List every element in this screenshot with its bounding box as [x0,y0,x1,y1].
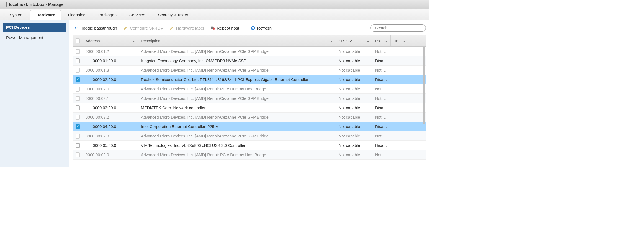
cell-sriov: Not capable [336,96,372,101]
table-row[interactable]: 0000:00:01.3Advanced Micro Devices, Inc.… [73,66,426,75]
toggle-passthrough-button[interactable]: Toggle passthrough [74,25,118,31]
chevron-down-icon: ⌄ [330,39,333,43]
refresh-button[interactable]: Refresh [250,25,272,31]
row-checkbox[interactable] [76,96,80,101]
cell-sriov: Not capable [336,87,372,91]
column-passthrough-label: Pa… [375,39,384,43]
cell-address: 0000:05:00.0 [83,143,138,148]
row-checkbox-cell[interactable] [73,96,83,101]
tab-security-users[interactable]: Security & users [151,10,194,20]
cell-address: 0000:00:02.2 [83,115,138,119]
cell-passthrough: Not … [372,68,391,72]
cell-sriov: Not capable [336,68,372,72]
row-checkbox[interactable] [76,77,80,82]
row-checkbox[interactable] [76,58,80,63]
cell-description: Advanced Micro Devices, Inc. [AMD] Renoi… [138,115,336,119]
column-description-label: Description [141,39,160,43]
table-row[interactable]: 0000:00:01.2Advanced Micro Devices, Inc.… [73,47,426,56]
table-row[interactable]: 0000:00:02.0Advanced Micro Devices, Inc.… [73,84,426,94]
reboot-host-label: Reboot host [217,26,239,30]
cell-description: Intel Corporation Ethernet Controller I2… [138,124,336,129]
row-checkbox-cell[interactable] [73,143,83,148]
table-row[interactable]: 0000:00:02.2Advanced Micro Devices, Inc.… [73,113,426,122]
table-row[interactable]: 0000:01:00.0Kingston Technology Company,… [73,56,426,66]
cell-address: 0000:00:01.3 [83,68,138,72]
row-checkbox[interactable] [76,143,80,148]
row-checkbox-cell[interactable] [73,134,83,139]
cell-description: MEDIATEK Corp. Network controller [138,106,336,110]
chevron-down-icon: ⌄ [385,39,388,43]
row-checkbox-cell[interactable] [73,49,83,54]
grid-body[interactable]: 0000:00:01.2Advanced Micro Devices, Inc.… [73,47,426,160]
row-checkbox-cell[interactable] [73,68,83,73]
toolbar-divider [245,25,245,31]
row-checkbox-cell[interactable] [73,124,83,129]
cell-address: 0000:02:00.0 [83,77,138,82]
column-hardware-label[interactable]: Ha… ⌄ [391,35,408,46]
tab-hardware[interactable]: Hardware [30,10,61,20]
cell-passthrough: Not … [372,96,391,101]
cell-passthrough: Not … [372,134,391,138]
cell-description: Advanced Micro Devices, Inc. [AMD] Renoi… [138,134,336,138]
cell-address: 0000:00:01.2 [83,49,138,54]
toggle-passthrough-label: Toggle passthrough [81,26,117,30]
column-hardware-label-text: Ha… [393,39,402,43]
column-sriov-label: SR-IOV [339,39,352,43]
window-title: localhost.fritz.box - Manage [9,2,64,7]
cell-sriov: Not capable [336,124,372,129]
row-checkbox[interactable] [76,124,80,129]
table-row[interactable]: 0000:05:00.0VIA Technologies, Inc. VL805… [73,141,426,150]
tab-licensing[interactable]: Licensing [61,10,92,20]
sidebar-item-power-management[interactable]: Power Management [3,33,66,42]
window-titlebar: localhost.fritz.box - Manage [0,0,429,9]
cell-passthrough: Not … [372,153,391,157]
hardware-sidebar: PCI Devices Power Management [0,20,69,167]
host-icon [3,2,7,7]
column-sriov[interactable]: SR-IOV ⌄ [336,35,372,46]
row-checkbox-cell[interactable] [73,152,83,157]
cell-sriov: Not capable [336,153,372,157]
row-checkbox-cell[interactable] [73,105,83,110]
cell-sriov: Not capable [336,77,372,82]
row-checkbox[interactable] [76,152,80,157]
vertical-scrollbar[interactable] [423,47,425,124]
cell-sriov: Not capable [336,49,372,54]
tab-system[interactable]: System [3,10,30,20]
table-row[interactable]: 0000:04:00.0Intel Corporation Ethernet C… [73,122,426,131]
cell-sriov: Not capable [336,115,372,119]
chevron-down-icon: ⌄ [403,39,406,43]
column-checkbox[interactable] [73,35,83,46]
row-checkbox[interactable] [76,134,80,139]
sidebar-item-pci-devices[interactable]: PCI Devices [3,23,66,32]
column-passthrough[interactable]: Pa… ⌄ [372,35,391,46]
table-row[interactable]: 0000:00:02.3Advanced Micro Devices, Inc.… [73,131,426,141]
row-checkbox[interactable] [76,105,80,110]
cell-passthrough: Not … [372,49,391,54]
row-checkbox[interactable] [76,68,80,73]
tab-services[interactable]: Services [123,10,152,20]
reboot-host-button[interactable]: Reboot host [210,25,240,31]
row-checkbox-cell[interactable] [73,77,83,82]
select-all-checkbox[interactable] [76,38,80,43]
cell-description: Realtek Semiconductor Co., Ltd. RTL8111/… [138,77,336,82]
table-row[interactable]: 0000:00:08.0Advanced Micro Devices, Inc.… [73,150,426,160]
cell-address: 0000:00:02.0 [83,87,138,91]
table-row[interactable]: 0000:02:00.0Realtek Semiconductor Co., L… [73,75,426,84]
cell-description: Advanced Micro Devices, Inc. [AMD] Renoi… [138,49,336,54]
table-row[interactable]: 0000:00:02.1Advanced Micro Devices, Inc.… [73,94,426,103]
row-checkbox-cell[interactable] [73,58,83,63]
chevron-down-icon: ⌄ [367,39,369,43]
row-checkbox-cell[interactable] [73,87,83,92]
cell-sriov: Not capable [336,106,372,110]
column-address[interactable]: Address ⌄ [83,35,138,46]
tab-packages[interactable]: Packages [92,10,123,20]
row-checkbox[interactable] [76,115,80,120]
row-checkbox[interactable] [76,49,80,54]
search-box[interactable] [370,24,426,32]
row-checkbox[interactable] [76,87,80,92]
row-checkbox-cell[interactable] [73,115,83,120]
column-description[interactable]: Description ⌄ [138,35,336,46]
table-row[interactable]: 0000:03:00.0MEDIATEK Corp. Network contr… [73,103,426,113]
pencil-icon [123,25,128,30]
search-input[interactable] [375,26,424,30]
